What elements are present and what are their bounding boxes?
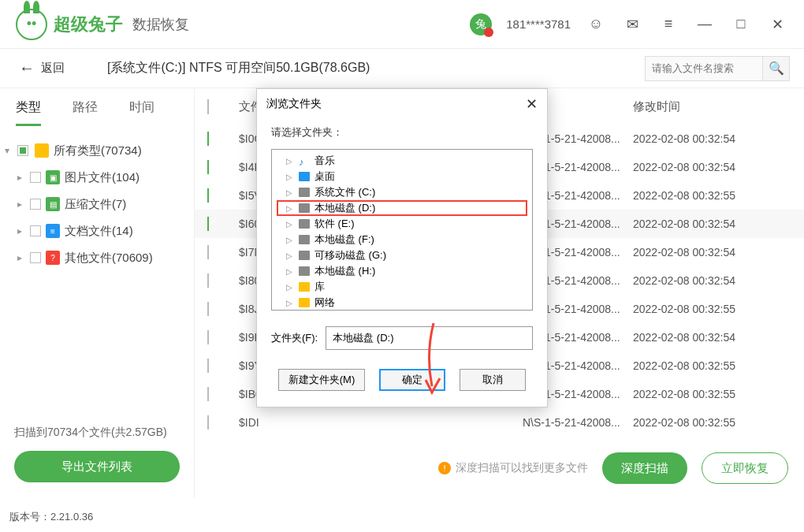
chevron-right-icon: ▷ — [286, 188, 294, 197]
dialog-title: 浏览文件夹 — [266, 97, 322, 111]
chevron-right-icon: ▷ — [286, 236, 294, 244]
cell-time: 2022-02-08 00:32:55 — [633, 388, 804, 400]
row-checkbox[interactable] — [207, 188, 209, 203]
row-checkbox[interactable] — [207, 387, 209, 401]
sub-header: ← 返回 [系统文件(C:)] NTFS 可用空间50.1GB(78.6GB) … — [0, 49, 804, 88]
tree-item-other[interactable]: ▸ ? 其他文件(70609) — [5, 244, 194, 271]
tip-text: 深度扫描可以找到更多文件 — [456, 461, 588, 475]
tree-item-zip[interactable]: ▸ ▤ 压缩文件(7) — [5, 191, 194, 218]
tree-label: 图片文件(104) — [65, 170, 140, 185]
search-icon: 🔍 — [769, 61, 784, 76]
back-button[interactable]: ← 返回 — [0, 49, 84, 87]
row-checkbox[interactable] — [207, 273, 209, 288]
cell-time: 2022-02-08 00:32:54 — [633, 246, 804, 259]
header-right: 兔 181****3781 ☺ ✉ ≡ — □ ✕ — [470, 13, 788, 35]
folder-tree-item[interactable]: ▷本地磁盘 (D:) — [277, 200, 527, 216]
drive-icon — [299, 266, 310, 276]
checkbox[interactable] — [30, 172, 41, 183]
desktop-icon — [299, 172, 310, 181]
folder-name-input[interactable] — [326, 326, 533, 350]
tab-time[interactable]: 时间 — [129, 99, 154, 126]
sidebar: 类型 路径 时间 ▾ 所有类型(70734) ▸ ▣ 图片文件(104) ▸ ▤… — [0, 88, 195, 498]
zip-icon: ▤ — [46, 197, 60, 211]
row-checkbox[interactable] — [207, 217, 209, 231]
col-header-time[interactable]: 修改时间 — [633, 99, 804, 114]
row-checkbox[interactable] — [207, 132, 209, 146]
folder-tree-item[interactable]: ▷网络 — [277, 295, 527, 311]
dialog-close-icon[interactable]: ✕ — [526, 95, 538, 113]
user-avatar-icon[interactable]: 兔 — [470, 13, 492, 35]
folder-tree-label: 可移动磁盘 (G:) — [315, 248, 386, 262]
checkbox-mixed[interactable] — [17, 145, 28, 156]
folder-tree-label: 本地磁盘 (D:) — [315, 201, 375, 215]
rabbit-logo-icon: •• — [16, 9, 47, 40]
cell-time: 2022-02-08 00:32:54 — [633, 161, 804, 173]
browse-folder-dialog: 浏览文件夹 ✕ 请选择文件夹： ▷♪音乐▷桌面▷系统文件 (C:)▷本地磁盘 (… — [256, 88, 548, 407]
close-icon[interactable]: ✕ — [766, 13, 788, 35]
app-name: 超级兔子 — [54, 13, 123, 36]
logo-area: •• 超级兔子 数据恢复 — [16, 9, 189, 40]
row-checkbox[interactable] — [207, 330, 209, 344]
folder-icon — [35, 143, 49, 158]
dialog-titlebar[interactable]: 浏览文件夹 ✕ — [257, 89, 547, 119]
chevron-right-icon: ▷ — [286, 283, 294, 292]
back-label: 返回 — [41, 61, 65, 76]
folder-tree-item[interactable]: ▷本地磁盘 (F:) — [277, 232, 527, 247]
folder-tree-item[interactable]: ▷♪音乐 — [277, 153, 527, 169]
checkbox[interactable] — [30, 252, 41, 263]
cell-time: 2022-02-08 00:32:55 — [633, 359, 804, 372]
cell-path: N\S-1-5-21-42008... — [523, 416, 633, 429]
folder-tree-item[interactable]: ▷本地磁盘 (H:) — [277, 263, 527, 279]
folder-tree-item[interactable]: ▷桌面 — [277, 169, 527, 184]
dialog-input-row: 文件夹(F): — [271, 326, 533, 350]
dialog-buttons: 新建文件夹(M) 确定 取消 — [271, 369, 533, 391]
minimize-icon[interactable]: — — [694, 13, 716, 35]
deep-scan-button[interactable]: 深度扫描 — [602, 452, 687, 484]
feedback-icon[interactable]: ✉ — [621, 13, 643, 35]
dialog-select-label: 请选择文件夹： — [271, 125, 533, 140]
chevron-right-icon: ▷ — [286, 157, 294, 166]
folder-field-label: 文件夹(F): — [271, 331, 318, 345]
row-checkbox[interactable] — [207, 302, 209, 316]
tree-item-image[interactable]: ▸ ▣ 图片文件(104) — [5, 164, 194, 191]
checkbox[interactable] — [30, 199, 41, 210]
back-arrow-icon: ← — [19, 59, 35, 77]
tree-item-all[interactable]: ▾ 所有类型(70734) — [5, 137, 194, 164]
table-row[interactable]: $IDIN\S-1-5-21-42008...2022-02-08 00:32:… — [195, 408, 804, 437]
cancel-button[interactable]: 取消 — [460, 369, 526, 391]
folder-tree-label: 网络 — [315, 296, 335, 310]
tab-type[interactable]: 类型 — [16, 99, 41, 126]
row-checkbox[interactable] — [207, 245, 209, 259]
folder-tree-item[interactable]: ▷软件 (E:) — [277, 216, 527, 232]
row-checkbox[interactable] — [207, 359, 209, 373]
app-subtitle: 数据恢复 — [132, 15, 189, 34]
folder-tree-item[interactable]: ▷库 — [277, 279, 527, 295]
export-list-button[interactable]: 导出文件列表 — [14, 451, 180, 482]
folder-tree-item[interactable]: ▷可移动磁盘 (G:) — [277, 247, 527, 263]
service-icon[interactable]: ☺ — [585, 13, 607, 35]
select-all-checkbox[interactable] — [207, 99, 209, 114]
new-folder-button[interactable]: 新建文件夹(M) — [278, 369, 365, 391]
row-checkbox[interactable] — [207, 415, 209, 430]
folder-tree-label: 本地磁盘 (F:) — [315, 233, 374, 247]
maximize-icon[interactable]: □ — [730, 13, 752, 35]
cell-time: 2022-02-08 00:32:55 — [633, 416, 804, 429]
checkbox[interactable] — [30, 225, 41, 236]
dialog-folder-tree[interactable]: ▷♪音乐▷桌面▷系统文件 (C:)▷本地磁盘 (D:)▷软件 (E:)▷本地磁盘… — [271, 149, 533, 311]
folder-tree-item[interactable]: ▷系统文件 (C:) — [277, 184, 527, 200]
tree-item-doc[interactable]: ▸ ≡ 文档文件(14) — [5, 218, 194, 244]
ok-button[interactable]: 确定 — [379, 369, 445, 391]
drive-icon — [299, 251, 310, 260]
search-box: 🔍 — [645, 56, 790, 81]
cell-time: 2022-02-08 00:32:54 — [633, 274, 804, 287]
tab-path[interactable]: 路径 — [73, 99, 98, 126]
menu-icon[interactable]: ≡ — [657, 13, 679, 35]
search-button[interactable]: 🔍 — [763, 56, 790, 81]
restore-button[interactable]: 立即恢复 — [702, 452, 788, 484]
search-input[interactable] — [645, 56, 763, 81]
drive-icon — [299, 188, 310, 197]
folder-tree-label: 系统文件 (C:) — [315, 185, 375, 199]
row-checkbox[interactable] — [207, 160, 209, 174]
cell-time: 2022-02-08 00:32:54 — [633, 331, 804, 344]
scan-count-text: 扫描到70734个文件(共2.57GB) — [14, 426, 180, 440]
